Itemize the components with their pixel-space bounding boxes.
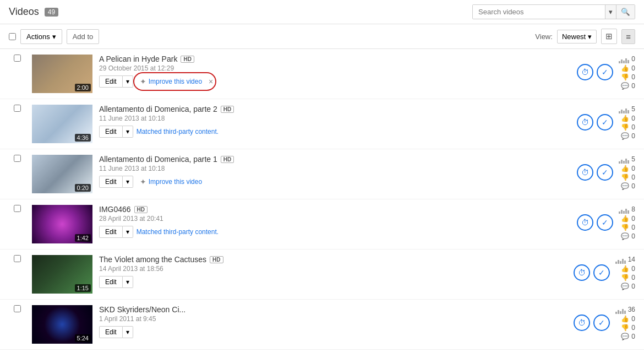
schedule-icon[interactable]: ⏱ [574, 314, 590, 331]
edit-button[interactable]: Edit [99, 176, 123, 188]
comments-count: 0 [631, 132, 635, 140]
header-left: Videos 49 [9, 6, 58, 18]
video-date: 14 April 2013 at 18:56 [99, 265, 567, 273]
video-checkbox[interactable] [14, 305, 21, 312]
edit-dropdown-button[interactable]: ▾ [123, 276, 133, 288]
video-checkbox[interactable] [14, 155, 21, 162]
video-checkbox[interactable] [14, 255, 21, 262]
video-thumbnail[interactable]: 1:42 [32, 205, 92, 243]
thumbs-down-icon: 👎 [621, 173, 629, 181]
video-duration: 0:20 [75, 184, 91, 192]
video-checkbox[interactable] [14, 205, 21, 212]
comment-icon: 💬 [621, 82, 629, 90]
video-info: SKD Skyriders/Neon Ci...1 April 2011 at … [99, 305, 567, 338]
views-count: 5 [631, 155, 635, 163]
toolbar-right: View: Newest ▾ ⊞ ≡ [535, 29, 635, 44]
add-to-button[interactable]: Add to [67, 29, 100, 44]
video-thumbnail[interactable]: 2:00 [32, 55, 92, 93]
likes-count: 0 [631, 165, 635, 172]
video-thumbnail[interactable]: 1:15 [32, 255, 92, 294]
video-stats-area: ⏱✓0👍0👎0💬0 [577, 55, 635, 90]
video-checkbox[interactable] [14, 105, 21, 112]
video-action-bar: Edit▾Matched third-party content. [99, 226, 570, 238]
dislikes-count: 0 [631, 73, 635, 81]
views-count: 36 [628, 306, 635, 313]
publish-check-icon[interactable]: ✓ [597, 114, 613, 131]
search-input[interactable] [473, 5, 605, 19]
schedule-icon[interactable]: ⏱ [577, 64, 593, 80]
edit-dropdown-button[interactable]: ▾ [123, 176, 133, 188]
stats-column: 8👍0👎0💬0 [619, 205, 635, 240]
stats-column: 14👍0👎0💬0 [615, 255, 635, 290]
schedule-icon[interactable]: ⏱ [577, 214, 593, 231]
schedule-icon[interactable]: ⏱ [577, 114, 593, 131]
thumbs-up-icon: 👍 [621, 115, 629, 122]
edit-button[interactable]: Edit [99, 75, 123, 88]
video-info: Allentamento di Domenica, parte 2HD11 Ju… [99, 105, 570, 138]
edit-dropdown-button[interactable]: ▾ [123, 226, 133, 238]
edit-button[interactable]: Edit [99, 276, 123, 288]
likes-count: 0 [631, 64, 635, 72]
edit-dropdown-button[interactable]: ▾ [123, 75, 133, 88]
search-container: ▾ 🔍 [472, 4, 635, 19]
video-stats-area: ⏱✓14👍0👎0💬0 [574, 255, 635, 290]
sort-newest-button[interactable]: Newest ▾ [557, 30, 597, 44]
publish-check-icon[interactable]: ✓ [597, 64, 613, 80]
dislikes-count: 0 [631, 173, 635, 181]
edit-button[interactable]: Edit [99, 326, 123, 338]
schedule-icon[interactable]: ⏱ [574, 264, 590, 281]
likes-count: 0 [631, 215, 635, 223]
edit-button[interactable]: Edit [99, 226, 123, 238]
views-count: 5 [631, 105, 635, 113]
improve-video-button[interactable]: ✦ Improve this video [137, 176, 205, 188]
edit-button[interactable]: Edit [99, 126, 123, 138]
likes-count: 0 [631, 265, 635, 273]
hd-badge: HD [134, 206, 148, 213]
stats-column: 36👍0👎0💬0 [615, 305, 635, 340]
comment-icon: 💬 [621, 182, 629, 190]
video-thumbnail[interactable]: 5:24 [32, 305, 92, 344]
publish-check-icon[interactable]: ✓ [593, 314, 610, 331]
views-count: 8 [631, 205, 635, 213]
close-improve-button[interactable]: × [209, 77, 213, 86]
video-action-bar: Edit▾Matched third-party content. [99, 126, 570, 138]
comments-count: 0 [631, 283, 635, 290]
video-info: The Violet among the CactusesHD14 April … [99, 255, 567, 288]
likes-count: 0 [631, 115, 635, 122]
comments-count: 0 [631, 232, 635, 240]
dislikes-count: 0 [631, 224, 635, 231]
matched-content-link[interactable]: Matched third-party content. [137, 128, 219, 135]
views-count: 0 [631, 55, 635, 63]
publish-check-icon[interactable]: ✓ [597, 164, 613, 181]
video-row: 1:42IMG0466HD28 April 2013 at 20:41Edit▾… [0, 199, 644, 249]
select-all-checkbox[interactable] [9, 33, 16, 40]
stats-column: 0👍0👎0💬0 [619, 55, 635, 90]
video-checkbox[interactable] [14, 55, 21, 62]
video-title: SKD Skyriders/Neon Ci... [99, 305, 185, 314]
comment-icon: 💬 [621, 232, 629, 240]
edit-dropdown-button[interactable]: ▾ [123, 126, 133, 138]
likes-count: 0 [631, 315, 635, 323]
grid-view-button[interactable]: ⊞ [601, 29, 617, 44]
improve-video-button[interactable]: ✦ Improve this video [137, 75, 205, 88]
video-duration: 5:24 [75, 334, 91, 342]
publish-check-icon[interactable]: ✓ [597, 214, 613, 231]
dislikes-count: 0 [631, 274, 635, 281]
comment-icon: 💬 [621, 333, 629, 340]
thumbs-up-icon: 👍 [621, 265, 629, 273]
publish-check-icon[interactable]: ✓ [593, 264, 610, 281]
video-count-badge: 49 [45, 8, 58, 17]
edit-dropdown-button[interactable]: ▾ [123, 326, 133, 338]
video-date: 11 June 2013 at 10:18 [99, 165, 570, 172]
comments-count: 0 [631, 182, 635, 190]
actions-button[interactable]: Actions ▾ [20, 29, 62, 44]
search-dropdown-button[interactable]: ▾ [605, 5, 616, 19]
video-thumbnail[interactable]: 0:20 [32, 155, 92, 193]
matched-content-link[interactable]: Matched third-party content. [137, 228, 219, 236]
search-button[interactable]: 🔍 [616, 5, 635, 19]
video-thumbnail[interactable]: 4:36 [32, 105, 92, 143]
toolbar: Actions ▾ Add to View: Newest ▾ ⊞ ≡ [0, 24, 644, 49]
schedule-icon[interactable]: ⏱ [577, 164, 593, 181]
video-duration: 1:42 [75, 234, 91, 242]
list-view-button[interactable]: ≡ [621, 29, 635, 44]
